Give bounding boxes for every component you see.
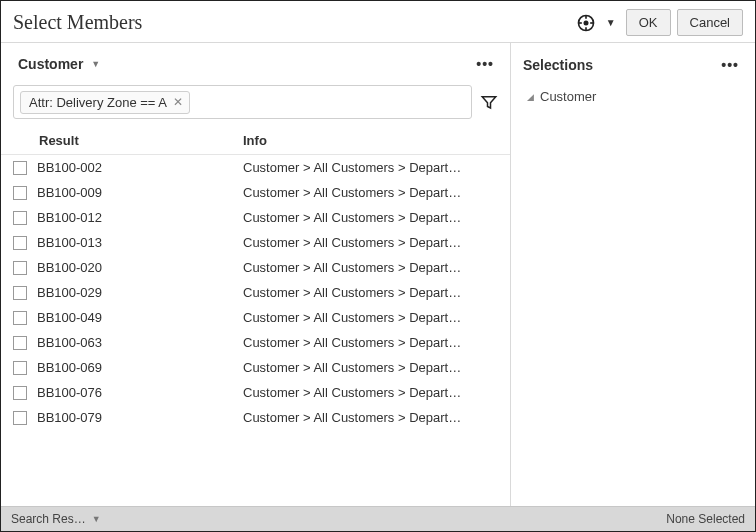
selections-panel-header: Selections ••• bbox=[523, 53, 743, 85]
table-row[interactable]: BB100-049Customer > All Customers > Depa… bbox=[1, 305, 508, 330]
selection-item-label: Customer bbox=[540, 89, 596, 104]
results-table: Result Info BB100-002Customer > All Cust… bbox=[1, 127, 510, 506]
filter-chip[interactable]: Attr: Delivery Zone == A ✕ bbox=[20, 91, 190, 114]
dimension-selector[interactable]: Customer ▼ bbox=[13, 51, 109, 77]
row-result: BB100-029 bbox=[37, 285, 243, 300]
row-result: BB100-049 bbox=[37, 310, 243, 325]
members-panel: Customer ▼ ••• Attr: Delivery Zone == A … bbox=[1, 43, 511, 506]
row-checkbox[interactable] bbox=[13, 361, 27, 375]
row-result: BB100-069 bbox=[37, 360, 243, 375]
members-more-icon[interactable]: ••• bbox=[472, 52, 498, 76]
row-checkbox[interactable] bbox=[13, 161, 27, 175]
row-info: Customer > All Customers > Depart… bbox=[243, 210, 496, 225]
help-dropdown-caret-icon[interactable]: ▼ bbox=[602, 17, 620, 28]
row-info: Customer > All Customers > Depart… bbox=[243, 360, 496, 375]
row-checkbox[interactable] bbox=[13, 236, 27, 250]
selections-more-icon[interactable]: ••• bbox=[717, 53, 743, 77]
row-checkbox[interactable] bbox=[13, 286, 27, 300]
table-row[interactable]: BB100-009Customer > All Customers > Depa… bbox=[1, 180, 508, 205]
table-row[interactable]: BB100-076Customer > All Customers > Depa… bbox=[1, 380, 508, 405]
row-result: BB100-079 bbox=[37, 410, 243, 425]
row-result: BB100-009 bbox=[37, 185, 243, 200]
chevron-down-icon: ▼ bbox=[92, 514, 101, 524]
table-row[interactable]: BB100-002Customer > All Customers > Depa… bbox=[1, 155, 508, 180]
row-checkbox[interactable] bbox=[13, 211, 27, 225]
help-icon[interactable] bbox=[576, 13, 596, 33]
row-checkbox[interactable] bbox=[13, 261, 27, 275]
row-result: BB100-063 bbox=[37, 335, 243, 350]
table-row[interactable]: BB100-013Customer > All Customers > Depa… bbox=[1, 230, 508, 255]
row-info: Customer > All Customers > Depart… bbox=[243, 285, 496, 300]
members-panel-header: Customer ▼ ••• bbox=[1, 43, 510, 81]
filter-chip-label: Attr: Delivery Zone == A bbox=[29, 95, 167, 110]
dialog-footer: Search Res… ▼ None Selected bbox=[1, 506, 755, 531]
row-result: BB100-013 bbox=[37, 235, 243, 250]
cancel-button[interactable]: Cancel bbox=[677, 9, 743, 36]
dialog-header: Select Members ▼ OK Cancel bbox=[1, 1, 755, 43]
row-result: BB100-012 bbox=[37, 210, 243, 225]
selection-item[interactable]: ◢ Customer bbox=[523, 85, 743, 108]
row-result: BB100-002 bbox=[37, 160, 243, 175]
column-header-info: Info bbox=[243, 133, 498, 148]
svg-point-1 bbox=[583, 20, 588, 25]
footer-view-label: Search Res… bbox=[11, 512, 86, 526]
row-info: Customer > All Customers > Depart… bbox=[243, 260, 496, 275]
table-row[interactable]: BB100-029Customer > All Customers > Depa… bbox=[1, 280, 508, 305]
header-actions: ▼ OK Cancel bbox=[576, 9, 743, 36]
row-checkbox[interactable] bbox=[13, 386, 27, 400]
row-checkbox[interactable] bbox=[13, 336, 27, 350]
dialog-title: Select Members bbox=[13, 11, 142, 34]
table-row[interactable]: BB100-069Customer > All Customers > Depa… bbox=[1, 355, 508, 380]
funnel-icon[interactable] bbox=[480, 93, 498, 111]
chevron-down-icon: ▼ bbox=[91, 59, 100, 69]
row-result: BB100-076 bbox=[37, 385, 243, 400]
row-info: Customer > All Customers > Depart… bbox=[243, 410, 496, 425]
row-info: Customer > All Customers > Depart… bbox=[243, 185, 496, 200]
results-table-header: Result Info bbox=[1, 127, 510, 155]
row-checkbox[interactable] bbox=[13, 311, 27, 325]
collapse-icon: ◢ bbox=[527, 92, 534, 102]
filter-chips-container[interactable]: Attr: Delivery Zone == A ✕ bbox=[13, 85, 472, 119]
footer-view-selector[interactable]: Search Res… ▼ bbox=[11, 512, 101, 526]
row-info: Customer > All Customers > Depart… bbox=[243, 160, 496, 175]
row-info: Customer > All Customers > Depart… bbox=[243, 385, 496, 400]
column-header-result: Result bbox=[13, 133, 243, 148]
dimension-label: Customer bbox=[18, 56, 83, 72]
selections-panel: Selections ••• ◢ Customer bbox=[511, 43, 755, 506]
chip-remove-icon[interactable]: ✕ bbox=[173, 95, 183, 109]
row-result: BB100-020 bbox=[37, 260, 243, 275]
selections-title: Selections bbox=[523, 57, 593, 73]
select-members-dialog: Select Members ▼ OK Cancel Custome bbox=[0, 0, 756, 532]
table-row[interactable]: BB100-063Customer > All Customers > Depa… bbox=[1, 330, 508, 355]
table-row[interactable]: BB100-079Customer > All Customers > Depa… bbox=[1, 405, 508, 430]
dialog-content: Customer ▼ ••• Attr: Delivery Zone == A … bbox=[1, 43, 755, 506]
ok-button[interactable]: OK bbox=[626, 9, 671, 36]
footer-status: None Selected bbox=[666, 512, 745, 526]
row-info: Customer > All Customers > Depart… bbox=[243, 335, 496, 350]
row-info: Customer > All Customers > Depart… bbox=[243, 310, 496, 325]
table-row[interactable]: BB100-012Customer > All Customers > Depa… bbox=[1, 205, 508, 230]
table-row[interactable]: BB100-020Customer > All Customers > Depa… bbox=[1, 255, 508, 280]
row-checkbox[interactable] bbox=[13, 186, 27, 200]
filter-row: Attr: Delivery Zone == A ✕ bbox=[1, 81, 510, 127]
row-info: Customer > All Customers > Depart… bbox=[243, 235, 496, 250]
results-table-body[interactable]: BB100-002Customer > All Customers > Depa… bbox=[1, 155, 510, 506]
row-checkbox[interactable] bbox=[13, 411, 27, 425]
